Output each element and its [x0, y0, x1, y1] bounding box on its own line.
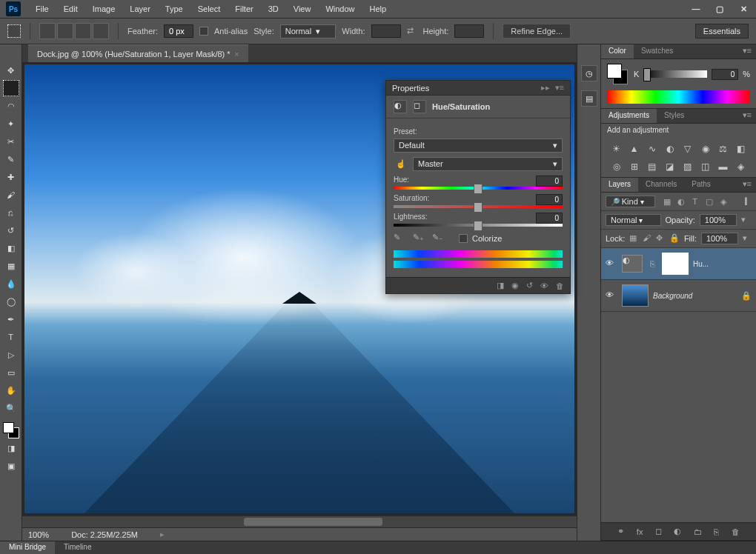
- color-lookup-adj-icon[interactable]: ▤: [645, 159, 660, 174]
- filter-shape-icon[interactable]: ▢: [703, 196, 715, 207]
- maximize-button[interactable]: ▢: [713, 4, 726, 14]
- saturation-slider[interactable]: [394, 205, 563, 208]
- foreground-color-swatch[interactable]: [3, 422, 14, 433]
- properties-header[interactable]: Properties ▸▸ ▾≡: [386, 81, 570, 96]
- marquee-tool-preset[interactable]: [7, 24, 21, 38]
- tab-adjustments[interactable]: Adjustments: [601, 109, 657, 123]
- status-arrow-icon[interactable]: ▸: [160, 530, 165, 539]
- color-slider[interactable]: [643, 70, 707, 78]
- antialias-checkbox[interactable]: [199, 27, 208, 36]
- lock-move-icon[interactable]: ✥: [656, 233, 665, 244]
- lasso-tool[interactable]: ◠: [3, 98, 19, 114]
- layer-filter-select[interactable]: 🔎 Kind ▾: [606, 196, 655, 207]
- link-icon[interactable]: ⎘: [647, 259, 657, 268]
- filter-type-icon[interactable]: T: [689, 196, 701, 207]
- visibility-toggle[interactable]: 👁: [606, 258, 617, 269]
- hue-slider[interactable]: [394, 187, 563, 190]
- shape-tool[interactable]: ▭: [3, 364, 19, 381]
- color-swatch-large[interactable]: [607, 64, 628, 84]
- type-tool[interactable]: T: [3, 329, 19, 345]
- bw-adj-icon[interactable]: ◧: [734, 141, 749, 156]
- layer-name[interactable]: Background: [653, 292, 692, 300]
- filter-smart-icon[interactable]: ◈: [717, 196, 729, 207]
- menu-help[interactable]: Help: [362, 1, 394, 16]
- horizontal-scrollbar[interactable]: [22, 515, 577, 527]
- layer-thumb[interactable]: [622, 284, 649, 307]
- style-select[interactable]: Normal ▾: [280, 24, 336, 39]
- hue-input[interactable]: [536, 176, 563, 187]
- opacity-scrub-icon[interactable]: ▾: [741, 215, 752, 225]
- lock-all-icon[interactable]: 🔒: [669, 233, 680, 244]
- blur-tool[interactable]: 💧: [3, 276, 19, 292]
- feather-input[interactable]: [164, 24, 193, 38]
- new-layer-icon[interactable]: ⎘: [714, 527, 719, 536]
- layer-name[interactable]: Hu...: [693, 260, 709, 268]
- tab-swatches[interactable]: Swatches: [634, 44, 680, 59]
- lightness-slider[interactable]: [394, 224, 563, 227]
- invert-adj-icon[interactable]: ◪: [663, 159, 677, 174]
- menu-filter[interactable]: Filter: [228, 1, 260, 16]
- filter-adjust-icon[interactable]: ◐: [675, 196, 687, 207]
- hue-sat-adj-icon[interactable]: ◉: [698, 141, 713, 156]
- vibrance-adj-icon[interactable]: ▽: [680, 141, 695, 156]
- history-panel-icon[interactable]: ◷: [581, 65, 597, 81]
- layer-item-background[interactable]: 👁 Background 🔒: [601, 280, 756, 312]
- eyedropper-sub-icon[interactable]: ✎₋: [432, 233, 444, 244]
- tab-styles[interactable]: Styles: [657, 109, 692, 123]
- layer-item-huesat[interactable]: 👁 ◐ ⎘ Hu...: [601, 248, 756, 280]
- lightness-input[interactable]: [536, 213, 563, 224]
- brightness-adj-icon[interactable]: ☀: [609, 141, 624, 156]
- actions-panel-icon[interactable]: ▤: [581, 90, 597, 107]
- mask-icon[interactable]: ◻: [413, 100, 426, 113]
- view-previous-icon[interactable]: ◉: [511, 281, 519, 290]
- menu-edit[interactable]: Edit: [56, 1, 85, 16]
- color-value-input[interactable]: [712, 69, 738, 80]
- panel-menu-icon[interactable]: ▾≡: [738, 44, 756, 59]
- selective-color-adj-icon[interactable]: ◈: [734, 159, 749, 174]
- menu-view[interactable]: View: [286, 1, 319, 16]
- hue-range-bar-bottom[interactable]: [394, 261, 563, 268]
- crop-tool[interactable]: ✂: [3, 133, 19, 150]
- fill-input[interactable]: 100%: [701, 233, 738, 244]
- layer-mask-icon[interactable]: ◻: [655, 527, 662, 536]
- fill-scrub-icon[interactable]: ▾: [743, 233, 752, 244]
- selection-subtract-icon[interactable]: [75, 23, 91, 39]
- eyedropper-icon[interactable]: ✎: [394, 233, 405, 244]
- curves-adj-icon[interactable]: ∿: [645, 141, 660, 156]
- adj-type-icon[interactable]: ◐: [394, 100, 407, 113]
- filter-pixel-icon[interactable]: ▦: [661, 196, 673, 207]
- panel-menu-icon[interactable]: ▾≡: [738, 109, 756, 123]
- threshold-adj-icon[interactable]: ◫: [698, 159, 713, 174]
- tab-timeline[interactable]: Timeline: [55, 541, 100, 554]
- doc-size[interactable]: Doc: 2.25M/2.25M: [71, 530, 138, 539]
- menu-image[interactable]: Image: [85, 1, 123, 16]
- document-tab[interactable]: Dock.jpg @ 100% (Hue/Saturation 1, Layer…: [28, 44, 248, 62]
- colorize-checkbox[interactable]: [459, 234, 468, 243]
- levels-adj-icon[interactable]: ▲: [627, 141, 642, 156]
- quick-select-tool[interactable]: ✦: [3, 116, 19, 132]
- eraser-tool[interactable]: ◧: [3, 240, 19, 256]
- targeted-adj-icon[interactable]: ☝: [394, 158, 408, 171]
- color-swatch[interactable]: [3, 422, 19, 438]
- blend-mode-select[interactable]: Normal ▾: [606, 214, 661, 226]
- tab-paths[interactable]: Paths: [684, 178, 718, 192]
- menu-3d[interactable]: 3D: [261, 1, 286, 16]
- photo-filter-adj-icon[interactable]: ◎: [609, 159, 624, 174]
- filter-toggle[interactable]: ⏽: [740, 196, 752, 207]
- color-spectrum[interactable]: [607, 90, 750, 104]
- tab-color[interactable]: Color: [601, 44, 634, 59]
- history-brush-tool[interactable]: ↺: [3, 222, 19, 238]
- link-layers-icon[interactable]: ⚭: [617, 527, 624, 536]
- close-button[interactable]: ✕: [737, 4, 750, 14]
- opacity-input[interactable]: 100%: [700, 214, 737, 226]
- layer-style-icon[interactable]: fx: [637, 527, 643, 536]
- move-tool[interactable]: ✥: [3, 62, 19, 79]
- tab-mini-bridge[interactable]: Mini Bridge: [0, 541, 55, 554]
- clone-stamp-tool[interactable]: ⎌: [3, 204, 19, 221]
- exposure-adj-icon[interactable]: ◐: [663, 141, 677, 156]
- marquee-tool[interactable]: [3, 80, 19, 96]
- minimize-button[interactable]: —: [689, 4, 703, 14]
- selection-add-icon[interactable]: [57, 23, 73, 39]
- hand-tool[interactable]: ✋: [3, 382, 19, 398]
- path-select-tool[interactable]: ▷: [3, 347, 19, 363]
